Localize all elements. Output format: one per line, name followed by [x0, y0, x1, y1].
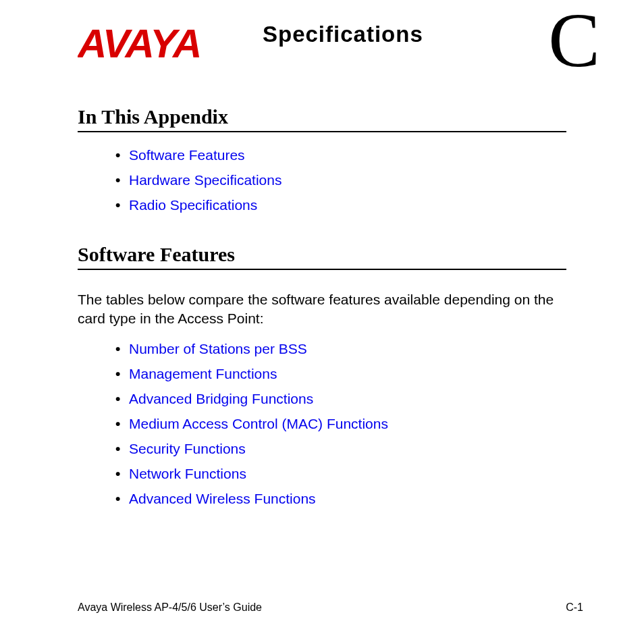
link-management-functions[interactable]: Management Functions	[129, 366, 277, 381]
list-item: Number of Stations per BSS	[115, 341, 566, 357]
link-software-features[interactable]: Software Features	[129, 147, 245, 163]
footer-right: C-1	[566, 601, 583, 614]
list-item: Advanced Wireless Functions	[115, 491, 566, 507]
footer-left: Avaya Wireless AP-4/5/6 User’s Guide	[78, 601, 262, 614]
document-title: Specifications	[263, 22, 548, 47]
appendix-letter: C	[548, 14, 600, 68]
heading-in-this-appendix: In This Appendix	[78, 105, 566, 132]
link-network-functions[interactable]: Network Functions	[129, 466, 246, 481]
list-item: Medium Access Control (MAC) Functions	[115, 416, 566, 432]
heading-software-features: Software Features	[78, 243, 566, 270]
list-item: Network Functions	[115, 466, 566, 482]
list-item: Hardware Specifications	[115, 172, 566, 188]
page-content: AVAYA Specifications C In This Appendix …	[0, 0, 644, 507]
section-in-this-appendix: In This Appendix Software Features Hardw…	[78, 105, 566, 213]
list-item: Advanced Bridging Functions	[115, 391, 566, 407]
section-software-features: Software Features The tables below compa…	[78, 243, 566, 507]
software-link-list: Number of Stations per BSS Management Fu…	[78, 341, 566, 507]
link-advanced-bridging[interactable]: Advanced Bridging Functions	[129, 391, 313, 406]
avaya-logo: AVAYA	[78, 20, 254, 72]
svg-text:AVAYA: AVAYA	[78, 21, 200, 66]
link-advanced-wireless[interactable]: Advanced Wireless Functions	[129, 491, 316, 506]
list-item: Security Functions	[115, 441, 566, 457]
software-body-text: The tables below compare the software fe…	[78, 290, 566, 329]
link-mac-functions[interactable]: Medium Access Control (MAC) Functions	[129, 416, 388, 431]
page-footer: Avaya Wireless AP-4/5/6 User’s Guide C-1	[78, 601, 583, 614]
link-hardware-specifications[interactable]: Hardware Specifications	[129, 172, 281, 188]
list-item: Software Features	[115, 147, 566, 163]
list-item: Radio Specifications	[115, 197, 566, 213]
link-stations-per-bss[interactable]: Number of Stations per BSS	[129, 341, 307, 356]
link-radio-specifications[interactable]: Radio Specifications	[129, 197, 257, 213]
header-row: AVAYA Specifications C	[78, 20, 566, 72]
appendix-link-list: Software Features Hardware Specification…	[78, 147, 566, 213]
list-item: Management Functions	[115, 366, 566, 382]
link-security-functions[interactable]: Security Functions	[129, 441, 246, 456]
